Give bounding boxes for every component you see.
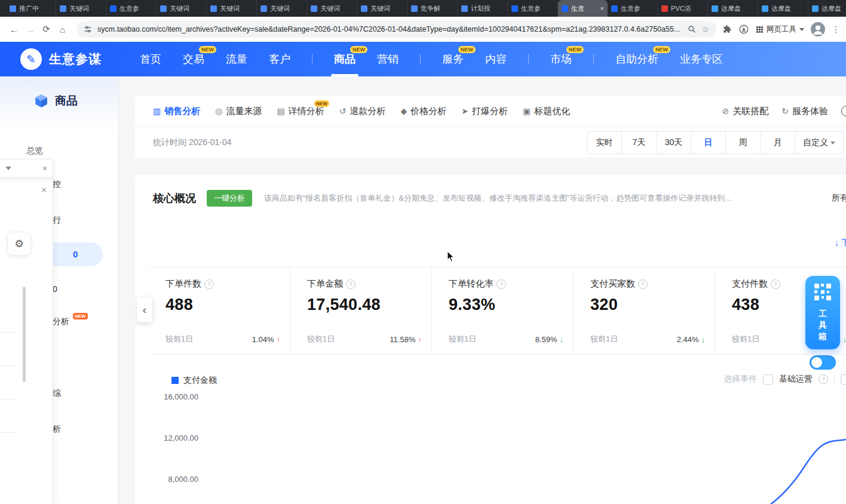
help-icon[interactable] <box>346 279 355 289</box>
nav-item-business-zone[interactable]: 业务专区 <box>680 42 723 76</box>
link-service-experience[interactable]: ↻服务体验 <box>781 106 828 117</box>
nav-item-trade[interactable]: 交易NEW <box>183 42 204 76</box>
select-event-label[interactable]: 选择事件 <box>724 374 757 385</box>
browser-tab[interactable]: 关键词 <box>307 0 357 17</box>
bookmark-star-icon[interactable] <box>701 24 709 34</box>
y-axis-tick: 16,000.00 <box>147 392 198 401</box>
nav-item-marketing[interactable]: 营销 <box>377 42 399 76</box>
tab-sales-analysis[interactable]: ▥销售分析 <box>153 106 200 117</box>
sidebar-item-fragment[interactable]: 综 <box>53 388 61 399</box>
metric-order-amount[interactable]: 下单金额 17,540.48 较前1日11.58% <box>290 268 432 354</box>
browser-tab[interactable]: 竞争解 <box>407 0 458 17</box>
home-button[interactable]: ⌂ <box>54 21 70 38</box>
metric-order-conversion[interactable]: 下单转化率 9.33% 较前1日8.59% <box>432 268 574 354</box>
sidebar-item-fragment[interactable]: 析 <box>53 424 61 435</box>
range-realtime[interactable]: 实时 <box>587 132 621 153</box>
range-30d[interactable]: 30天 <box>656 132 691 153</box>
browser-tab[interactable]: 关键词 <box>157 0 207 17</box>
title-icon: ▣ <box>523 106 531 116</box>
help-icon[interactable] <box>819 374 828 384</box>
sidebar-header: 商品 <box>33 93 78 109</box>
profile-avatar[interactable] <box>811 22 825 36</box>
tab-price-analysis[interactable]: ◆价格分析 <box>400 106 446 117</box>
back-button[interactable]: ← <box>6 21 22 38</box>
browser-tab[interactable]: 达摩盘 <box>708 0 758 17</box>
sidebar-item-fragment[interactable]: 0 <box>53 284 57 294</box>
range-7d[interactable]: 7天 <box>621 132 656 153</box>
sidebar-item-fragment[interactable]: 行 <box>53 215 61 226</box>
browser-tab[interactable]: 关键词 <box>207 0 257 17</box>
nav-item-self-analysis[interactable]: 自助分析NEW <box>615 42 658 76</box>
tab-detail-analysis[interactable]: ▤详情分析NEW <box>277 106 324 117</box>
tab-title-optimize[interactable]: ▣标题优化 <box>523 106 570 117</box>
nav-item-service[interactable]: 服务NEW <box>442 42 464 76</box>
tab-traffic-source[interactable]: ◎流量来源 <box>215 106 262 117</box>
browser-tab[interactable]: 达摩盘 <box>758 0 808 17</box>
browser-tab[interactable]: PVC浴 <box>658 0 708 17</box>
match-icon: ⊘ <box>722 106 729 116</box>
tab-boom-analysis[interactable]: ➤打爆分析 <box>461 106 508 117</box>
nav-item-traffic[interactable]: 流量 <box>226 42 247 76</box>
browser-tab[interactable]: 关键词 <box>257 0 307 17</box>
help-icon[interactable] <box>638 279 648 289</box>
range-day-active[interactable]: 日 <box>691 132 725 153</box>
browser-tab[interactable]: 计划投 <box>458 0 508 17</box>
core-overview-card: 核心概况 一键分析 该商品如有“报名新客折扣（首单礼金）&分期免息、发布短视频、… <box>135 174 846 504</box>
refund-icon: ↺ <box>339 106 347 116</box>
nav-item-content[interactable]: 内容 <box>485 42 507 76</box>
range-week[interactable]: 周 <box>725 132 760 153</box>
one-click-analyze-button[interactable]: 一键分析 <box>207 190 252 207</box>
metrics-scroll-left-button[interactable] <box>137 297 152 322</box>
nav-item-market[interactable]: 市场NEW <box>550 42 572 76</box>
panel-scrollbar[interactable] <box>23 287 26 382</box>
clipped-checkbox[interactable] <box>841 374 846 385</box>
reload-button[interactable]: ⟳ <box>38 21 54 38</box>
metric-paid-buyers[interactable]: 支付买家数 320 较前1日2.44% <box>574 268 715 354</box>
nav-item-customer[interactable]: 客户 <box>269 42 290 76</box>
browser-tab-active[interactable]: 生意 <box>558 0 608 17</box>
url-text[interactable]: sycm.taobao.com/cc/item_archives?activeK… <box>97 25 682 33</box>
range-custom[interactable]: 自定义 <box>795 132 843 153</box>
tab-favicon <box>210 5 217 12</box>
help-icon[interactable] <box>496 279 506 289</box>
browser-tab[interactable]: 生意参 <box>608 0 658 17</box>
toolbox-toggle[interactable] <box>810 355 836 370</box>
link-related-match[interactable]: ⊘关联搭配 <box>722 106 769 117</box>
browser-tab[interactable]: 生意参 <box>106 0 157 17</box>
extensions-puzzle-icon[interactable] <box>722 24 732 34</box>
web-tools-extension[interactable]: 网页工具 <box>756 24 804 35</box>
toolbox-panel[interactable]: 工具箱 <box>805 276 840 349</box>
tab-label: 达摩盘 <box>721 4 741 13</box>
browser-tab[interactable]: 关键词 <box>357 0 407 17</box>
sidebar-item-analysis[interactable]: 分析 <box>53 316 69 327</box>
tab-close-icon[interactable] <box>600 5 604 12</box>
collapse-chevron-icon[interactable] <box>5 167 11 170</box>
browser-tab[interactable]: 关键词 <box>56 0 106 17</box>
base-ops-checkbox[interactable] <box>763 374 773 385</box>
help-icon[interactable] <box>204 279 214 289</box>
tab-refund-analysis[interactable]: ↺退款分析 <box>339 106 386 117</box>
browser-tab[interactable]: 生意参 <box>508 0 558 17</box>
sycm-logo[interactable] <box>20 48 42 70</box>
zoom-icon[interactable] <box>688 25 696 33</box>
forward-button[interactable]: → <box>22 21 38 38</box>
nav-item-home[interactable]: 首页 <box>140 42 161 76</box>
browser-tab[interactable]: 达摩盘 <box>808 0 846 17</box>
site-settings-icon[interactable] <box>84 25 92 33</box>
nav-item-product-active[interactable]: 商品NEW <box>334 42 355 76</box>
popup-close-icon[interactable] <box>42 164 47 173</box>
range-month[interactable]: 月 <box>760 132 795 153</box>
metric-order-items[interactable]: 下单件数 488 较前1日1.04% <box>149 268 290 354</box>
sidebar-item-fragment[interactable]: 控 <box>53 179 61 190</box>
url-field[interactable]: sycm.taobao.com/cc/item_archives?activeK… <box>76 21 716 38</box>
help-icon[interactable] <box>771 279 780 289</box>
download-link[interactable]: 下载 <box>835 238 846 248</box>
clipped-right-text[interactable]: 所有 <box>832 193 846 204</box>
panel-close-icon[interactable] <box>41 185 47 194</box>
gear-icon[interactable] <box>7 232 31 256</box>
browser-tab[interactable]: 推广中 <box>6 0 56 17</box>
download-circle-icon[interactable] <box>738 24 749 35</box>
browser-menu-icon[interactable] <box>832 24 840 34</box>
boom-icon: ➤ <box>461 106 468 116</box>
sidebar-item-overview[interactable]: 总览 <box>26 146 43 156</box>
